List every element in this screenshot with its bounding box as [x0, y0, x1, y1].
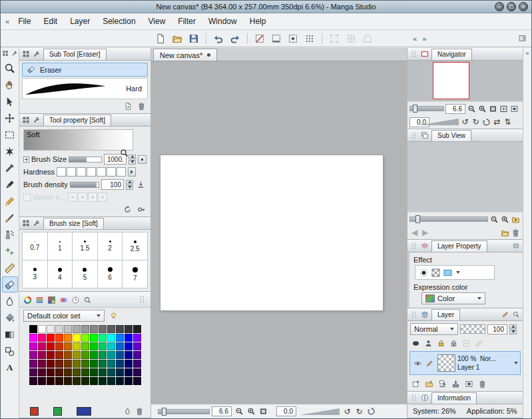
border-effect-icon[interactable] — [418, 267, 429, 278]
zoom-reset-icon[interactable] — [509, 103, 519, 114]
key-icon[interactable] — [136, 204, 147, 214]
color-swatch[interactable] — [107, 351, 115, 359]
color-swatch[interactable] — [99, 325, 107, 333]
color-swatch[interactable] — [90, 377, 98, 385]
auto-select-tool[interactable] — [2, 143, 18, 159]
rotate-ccw-icon[interactable]: ↺ — [342, 406, 353, 417]
new-layer-icon[interactable] — [410, 378, 421, 389]
information-title[interactable]: Information — [431, 392, 477, 404]
color-swatch[interactable] — [73, 360, 81, 368]
panel-menu-icon[interactable] — [1, 49, 9, 57]
color-swatch[interactable] — [90, 325, 98, 333]
color-swatch[interactable] — [47, 351, 55, 359]
color-swatch[interactable] — [116, 325, 124, 333]
color-swatch[interactable] — [125, 342, 133, 350]
color-set-icon[interactable] — [46, 294, 57, 305]
brush-size-7[interactable]: 7 — [123, 260, 147, 288]
prev-icon[interactable]: ◀ — [409, 227, 419, 238]
import-image-icon[interactable] — [511, 214, 521, 224]
color-swatch[interactable] — [133, 342, 141, 350]
color-swatch[interactable] — [107, 334, 115, 342]
document-tab[interactable]: New canvas* — [153, 49, 217, 61]
color-swatch[interactable] — [55, 325, 63, 333]
grip-icon[interactable] — [409, 241, 419, 250]
magnify-minus-icon[interactable] — [234, 406, 245, 417]
effects-tab-icon[interactable] — [511, 241, 521, 250]
figure-tool[interactable] — [2, 343, 18, 359]
segment-option[interactable] — [67, 167, 76, 177]
mask-icon[interactable] — [463, 378, 475, 389]
color-swatch[interactable] — [116, 334, 124, 342]
navigator-view-frame[interactable] — [433, 62, 469, 99]
magnify-minus-icon[interactable] — [489, 214, 499, 224]
color-swatch[interactable] — [73, 334, 81, 342]
subview-zoom-slider[interactable] — [409, 216, 488, 222]
color-swatch[interactable] — [99, 351, 107, 359]
layer-panel-title[interactable]: Layer — [431, 309, 460, 320]
navigator-icon[interactable] — [420, 49, 429, 59]
new-folder-icon[interactable] — [423, 378, 435, 389]
color-swatch[interactable] — [99, 342, 107, 350]
segment-option[interactable] — [97, 167, 106, 177]
lock-icon[interactable] — [435, 338, 447, 348]
brush-tool[interactable] — [2, 210, 18, 226]
intensity-icon[interactable] — [135, 179, 146, 190]
color-swatch[interactable] — [107, 377, 115, 385]
segment-option[interactable] — [57, 167, 66, 177]
snap-grid-button[interactable] — [302, 31, 318, 45]
color-swatch[interactable] — [38, 377, 46, 385]
color-swatch[interactable] — [55, 351, 63, 359]
navigator-zoom-slider[interactable] — [409, 106, 444, 111]
effect-dropdown-icon[interactable] — [456, 271, 460, 274]
color-swatch[interactable] — [47, 334, 55, 342]
subview-canvas[interactable] — [407, 142, 523, 212]
menu-selection[interactable]: Selection — [97, 14, 141, 29]
blend-tool[interactable] — [2, 293, 18, 309]
subview-icon[interactable] — [420, 131, 429, 140]
brush-density-value[interactable]: 100 — [101, 179, 124, 190]
color-swatch[interactable] — [47, 368, 55, 376]
save-button[interactable] — [186, 31, 202, 45]
eyedropper-tool[interactable] — [2, 160, 18, 176]
color-swatch[interactable] — [55, 360, 63, 368]
canvas-viewport[interactable] — [151, 61, 407, 404]
subview-title[interactable]: Sub View — [431, 130, 471, 141]
lamp-icon[interactable] — [108, 310, 119, 321]
color-swatch[interactable] — [116, 351, 124, 359]
trash-icon[interactable] — [136, 101, 147, 111]
subtool-item-eraser[interactable]: Eraser — [22, 63, 148, 77]
transparent-color[interactable] — [77, 407, 91, 416]
person-icon[interactable] — [423, 338, 434, 348]
new-file-button[interactable] — [152, 31, 168, 45]
layer-opacity-spinner[interactable] — [509, 324, 517, 334]
color-swatch[interactable] — [47, 342, 55, 350]
color-swatch[interactable] — [55, 334, 63, 342]
wrench-icon[interactable] — [32, 218, 41, 228]
wrench-icon[interactable] — [32, 115, 41, 125]
text-tool[interactable]: A — [2, 360, 18, 376]
color-swatch[interactable] — [81, 325, 89, 333]
eraser-icon[interactable] — [25, 65, 37, 75]
eye-icon[interactable] — [412, 358, 423, 368]
close-button[interactable]: × — [519, 2, 528, 11]
flip-h-icon[interactable]: ⇄ — [492, 117, 502, 127]
lock-alpha-icon[interactable] — [448, 338, 459, 348]
pencil-edit-icon[interactable] — [424, 358, 435, 368]
color-swatch[interactable] — [73, 377, 81, 385]
color-swatch[interactable] — [55, 368, 63, 376]
color-swatch[interactable] — [125, 334, 133, 342]
color-swatch[interactable] — [81, 334, 89, 342]
color-set-dropdown[interactable]: Default color set — [23, 310, 105, 322]
panel-menu-icon[interactable] — [21, 49, 31, 59]
magnify-minus-icon[interactable] — [467, 103, 477, 114]
color-swatch[interactable] — [73, 368, 81, 376]
tool-property-title[interactable]: Tool property [Soft] — [43, 115, 111, 126]
menu-collapse-icon[interactable]: « — [3, 17, 12, 25]
color-swatch[interactable] — [73, 351, 81, 359]
darken-icon[interactable] — [410, 338, 421, 348]
color-swatch[interactable] — [64, 351, 72, 359]
grip-icon[interactable] — [136, 294, 148, 304]
color-swatch[interactable] — [64, 360, 72, 368]
slider-knob[interactable] — [162, 408, 166, 416]
layers-icon[interactable] — [420, 310, 429, 319]
